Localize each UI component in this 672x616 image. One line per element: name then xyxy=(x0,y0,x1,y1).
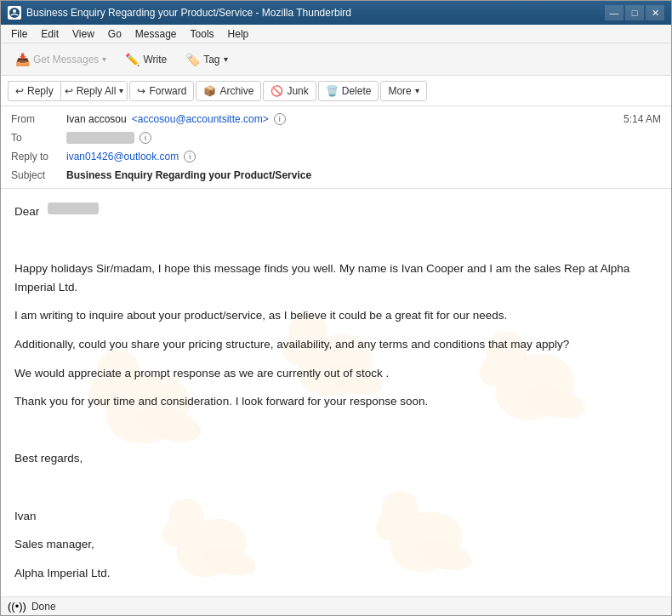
action-bar: ↩ Reply ↩ Reply All ▾ ↪ Forward 📦 Archiv… xyxy=(1,76,671,106)
write-icon: ✏️ xyxy=(125,53,140,66)
subject-value: Business Enquiry Regarding your Product/… xyxy=(66,169,661,181)
reply-button[interactable]: ↩ Reply xyxy=(8,81,60,101)
reply-all-icon: ↩ xyxy=(65,85,73,97)
sender-info-icon[interactable]: i xyxy=(274,113,286,125)
window-title: Business Enquiry Regarding your Product/… xyxy=(26,7,605,19)
menu-view[interactable]: View xyxy=(65,26,101,42)
forward-button[interactable]: ↪ Forward xyxy=(129,81,194,101)
from-value: Ivan accosou <accosou@accountsitte.com> … xyxy=(66,113,624,125)
get-messages-button[interactable]: 📥 Get Messages ▾ xyxy=(8,48,114,71)
write-button[interactable]: ✏️ Write xyxy=(117,48,174,71)
paragraph-body-4: We would appreciate a prompt response as… xyxy=(14,364,658,383)
minimize-button[interactable]: — xyxy=(605,5,624,20)
reply-group: ↩ Reply ↩ Reply All ▾ xyxy=(8,81,128,101)
paragraph-1 xyxy=(14,231,658,250)
signature-name: Ivan xyxy=(14,507,658,526)
maximize-button[interactable]: □ xyxy=(625,5,644,20)
reply-to-label: Reply to xyxy=(11,151,66,163)
title-bar: Business Enquiry Regarding your Product/… xyxy=(1,1,671,25)
status-text: Done xyxy=(31,601,56,613)
junk-button[interactable]: 🚫 Junk xyxy=(263,81,316,101)
email-body: Dear Happy holidays Sir/madam, I hope th… xyxy=(1,189,671,596)
email-content: Dear Happy holidays Sir/madam, I hope th… xyxy=(14,202,658,596)
reply-to-email[interactable]: ivan01426@outlook.com xyxy=(66,151,179,163)
reply-to-value: ivan01426@outlook.com i xyxy=(66,151,661,163)
menu-file[interactable]: File xyxy=(4,26,34,42)
from-row: From Ivan accosou <accosou@accountsitte.… xyxy=(11,110,661,128)
signature-spacer xyxy=(14,478,658,497)
subject-label: Subject xyxy=(11,169,66,181)
window-controls: — □ ✕ xyxy=(605,5,664,20)
tag-icon: 🏷️ xyxy=(185,53,200,66)
delete-button[interactable]: 🗑️ Delete xyxy=(318,81,379,101)
from-label: From xyxy=(11,113,66,125)
to-recipient xyxy=(66,132,134,144)
svg-point-1 xyxy=(13,9,16,13)
reply-all-button[interactable]: ↩ Reply All ▾ xyxy=(60,81,128,101)
to-row: To i xyxy=(11,128,661,147)
email-header: From Ivan accosou <accosou@accountsitte.… xyxy=(1,106,671,189)
tag-button[interactable]: 🏷️ Tag ▾ xyxy=(178,48,235,71)
junk-icon: 🚫 xyxy=(271,85,283,97)
email-time: 5:14 AM xyxy=(624,113,661,125)
signature-company: Alpha Imperial Ltd. xyxy=(14,564,658,583)
paragraph-body-3: Additionally, could you share your prici… xyxy=(14,335,658,354)
recipient-name-blurred xyxy=(48,202,99,214)
signature-address: 2635 Matheson Blvd E 7th Floor, Mississa… xyxy=(14,592,658,596)
from-email[interactable]: <accosou@accountsitte.com> xyxy=(132,113,269,125)
menu-edit[interactable]: Edit xyxy=(34,26,65,42)
from-name: Ivan accosou xyxy=(66,113,127,125)
signature-title: Sales manager, xyxy=(14,535,658,554)
to-label: To xyxy=(11,132,66,144)
app-icon xyxy=(8,6,21,20)
reply-icon: ↩ xyxy=(15,85,24,97)
menu-tools[interactable]: Tools xyxy=(184,26,221,42)
paragraph-body-5: Thank you for your time and consideratio… xyxy=(14,392,658,411)
paragraph-body-1: Happy holidays Sir/madam, I hope this me… xyxy=(14,260,658,296)
subject-row: Subject Business Enquiry Regarding your … xyxy=(11,166,661,185)
reply-to-info-icon[interactable]: i xyxy=(184,151,196,163)
menu-go[interactable]: Go xyxy=(101,26,128,42)
status-icon: ((•)) xyxy=(8,600,26,613)
paragraph-spacer xyxy=(14,421,658,440)
archive-button[interactable]: 📦 Archive xyxy=(196,81,261,101)
toolbar: 📥 Get Messages ▾ ✏️ Write 🏷️ Tag ▾ xyxy=(1,43,671,76)
forward-icon: ↪ xyxy=(137,85,145,97)
more-dropdown-icon: ▾ xyxy=(415,86,419,95)
menu-message[interactable]: Message xyxy=(128,26,184,42)
get-messages-icon: 📥 xyxy=(15,53,30,66)
close-button[interactable]: ✕ xyxy=(646,5,664,20)
more-button[interactable]: More ▾ xyxy=(380,81,426,101)
menu-bar: File Edit View Go Message Tools Help xyxy=(1,25,671,43)
to-info-icon[interactable]: i xyxy=(140,132,151,144)
delete-icon: 🗑️ xyxy=(326,85,339,97)
status-bar: ((•)) Done xyxy=(1,596,671,615)
to-value: i xyxy=(66,132,661,144)
main-window: Business Enquiry Regarding your Product/… xyxy=(0,0,672,616)
menu-help[interactable]: Help xyxy=(221,26,256,42)
archive-icon: 📦 xyxy=(203,85,216,97)
reply-to-row: Reply to ivan01426@outlook.com i xyxy=(11,147,661,166)
greeting-line: Dear xyxy=(14,202,658,221)
paragraph-body-2: I am writing to inquire about your produ… xyxy=(14,306,658,325)
closing-line: Best regards, xyxy=(14,449,658,468)
